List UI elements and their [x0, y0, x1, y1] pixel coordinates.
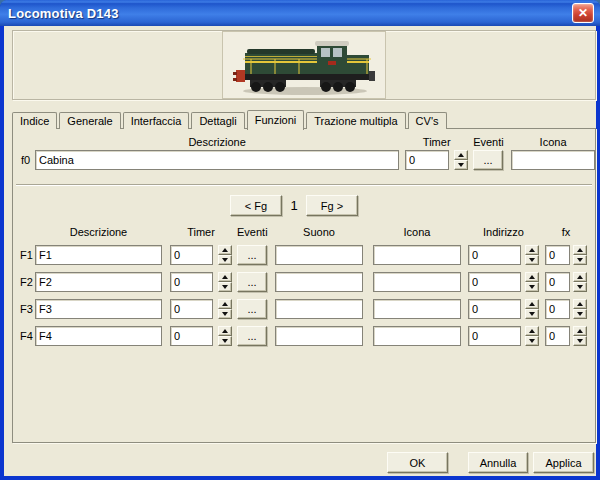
tab-cvs[interactable]: CV's	[408, 112, 447, 129]
f1-suono-input[interactable]	[275, 245, 363, 265]
spin-down-button[interactable]	[573, 282, 587, 292]
f2-fx-input[interactable]	[545, 272, 570, 292]
f4-timer-spinner	[218, 326, 232, 346]
f4-fx-input[interactable]	[545, 326, 570, 346]
f3-fx-input[interactable]	[545, 299, 570, 319]
spin-down-button[interactable]	[218, 255, 232, 265]
row-label: F2	[20, 272, 35, 292]
spin-up-button[interactable]	[525, 272, 539, 282]
prev-fg-button[interactable]: < Fg	[230, 195, 282, 216]
arrow-up-icon	[577, 248, 583, 252]
arrow-down-icon	[577, 285, 583, 289]
tab-trazione-multipla[interactable]: Trazione multipla	[306, 112, 405, 129]
arrow-up-icon	[222, 302, 228, 306]
spin-down-button[interactable]	[525, 336, 539, 346]
f1-fx-spinner	[573, 245, 587, 265]
tab-generale[interactable]: Generale	[59, 112, 120, 129]
spin-down-button[interactable]	[573, 309, 587, 319]
f2-descrizione-input[interactable]	[35, 272, 162, 292]
f0-eventi-button[interactable]: ...	[473, 150, 503, 170]
f0-timer-input[interactable]	[405, 150, 449, 170]
spin-down-button[interactable]	[573, 336, 587, 346]
spin-up-button[interactable]	[525, 245, 539, 255]
f4-fx-spinner	[573, 326, 587, 346]
f2-suono-input[interactable]	[275, 272, 363, 292]
f4-icona-input[interactable]	[373, 326, 461, 346]
arrow-down-icon	[222, 339, 228, 343]
spin-down-button[interactable]	[218, 309, 232, 319]
f3-fx-spinner	[573, 299, 587, 319]
f0-header-timer: Timer	[405, 136, 468, 148]
f3-suono-input[interactable]	[275, 299, 363, 319]
arrow-up-icon	[529, 329, 535, 333]
arrow-up-icon	[222, 329, 228, 333]
ok-button[interactable]: OK	[387, 452, 448, 473]
spin-down-button[interactable]	[525, 255, 539, 265]
spin-down-button[interactable]	[525, 282, 539, 292]
spin-up-button[interactable]	[573, 272, 587, 282]
spin-up-button[interactable]	[454, 150, 468, 160]
f3-eventi-button[interactable]: ...	[237, 299, 267, 319]
page-number: 1	[282, 198, 306, 213]
f1-timer-spinner	[218, 245, 232, 265]
close-button[interactable]: ✕	[572, 3, 594, 23]
spin-up-button[interactable]	[573, 245, 587, 255]
header-indirizzo: Indirizzo	[468, 226, 539, 238]
f3-indirizzo-input[interactable]	[468, 299, 521, 319]
f1-timer-input[interactable]	[170, 245, 213, 265]
f4-timer-input[interactable]	[170, 326, 213, 346]
f1-icona-input[interactable]	[373, 245, 461, 265]
f2-eventi-button[interactable]: ...	[237, 272, 267, 292]
spin-up-button[interactable]	[218, 326, 232, 336]
f2-indirizzo-spinner	[525, 272, 539, 292]
tab-funzioni[interactable]: Funzioni	[247, 110, 305, 130]
arrow-up-icon	[577, 302, 583, 306]
arrow-down-icon	[458, 163, 464, 167]
spin-up-button[interactable]	[573, 299, 587, 309]
spin-up-button[interactable]	[218, 272, 232, 282]
f4-eventi-button[interactable]: ...	[237, 326, 267, 346]
f2-icona-input[interactable]	[373, 272, 461, 292]
f4-descrizione-input[interactable]	[35, 326, 162, 346]
f1-fx-input[interactable]	[545, 245, 570, 265]
spin-up-button[interactable]	[573, 326, 587, 336]
f3-indirizzo-spinner	[525, 299, 539, 319]
spin-up-button[interactable]	[525, 299, 539, 309]
f0-icona-input[interactable]	[511, 150, 595, 170]
f0-label: f0	[21, 150, 35, 170]
arrow-up-icon	[458, 153, 464, 157]
f2-indirizzo-input[interactable]	[468, 272, 521, 292]
applica-button[interactable]: Applica	[533, 452, 594, 473]
spin-down-button[interactable]	[573, 255, 587, 265]
arrow-down-icon	[222, 312, 228, 316]
f4-indirizzo-input[interactable]	[468, 326, 521, 346]
f3-descrizione-input[interactable]	[35, 299, 162, 319]
spin-up-button[interactable]	[218, 299, 232, 309]
arrow-up-icon	[529, 248, 535, 252]
spin-down-button[interactable]	[218, 336, 232, 346]
table-row-f4: F4 ...	[13, 326, 595, 346]
f2-timer-input[interactable]	[170, 272, 213, 292]
spin-up-button[interactable]	[218, 245, 232, 255]
f4-suono-input[interactable]	[275, 326, 363, 346]
arrow-down-icon	[529, 258, 535, 262]
spin-down-button[interactable]	[454, 160, 468, 170]
next-fg-button[interactable]: Fg >	[306, 195, 358, 216]
f0-descrizione-input[interactable]	[35, 150, 399, 170]
f3-timer-spinner	[218, 299, 232, 319]
f3-timer-input[interactable]	[170, 299, 213, 319]
header-eventi: Eventi	[237, 226, 267, 238]
tab-label: Generale	[67, 115, 112, 127]
f1-descrizione-input[interactable]	[35, 245, 162, 265]
spin-up-button[interactable]	[525, 326, 539, 336]
f1-indirizzo-input[interactable]	[468, 245, 521, 265]
tab-interfaccia[interactable]: Interfaccia	[123, 112, 190, 129]
annulla-button[interactable]: Annulla	[468, 452, 528, 473]
f3-icona-input[interactable]	[373, 299, 461, 319]
spin-down-button[interactable]	[525, 309, 539, 319]
tab-dettagli[interactable]: Dettagli	[191, 112, 244, 129]
arrow-up-icon	[222, 248, 228, 252]
spin-down-button[interactable]	[218, 282, 232, 292]
f1-eventi-button[interactable]: ...	[237, 245, 267, 265]
tab-indice[interactable]: Indice	[12, 112, 57, 129]
